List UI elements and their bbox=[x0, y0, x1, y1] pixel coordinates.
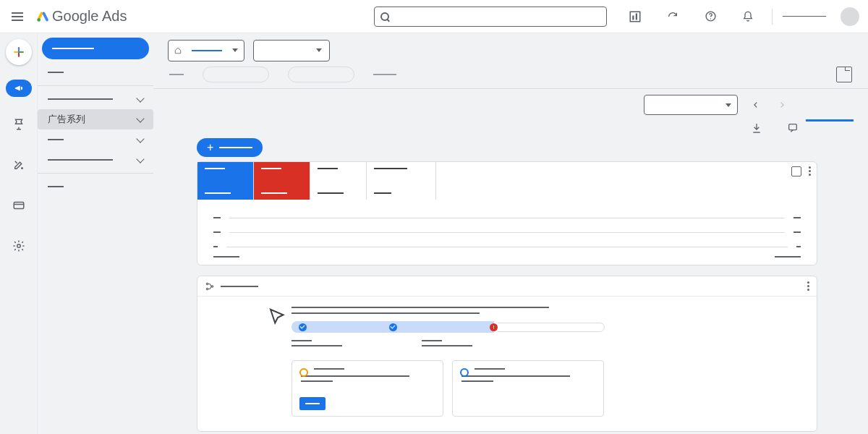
filter-chip[interactable] bbox=[288, 67, 354, 82]
save-icon[interactable] bbox=[836, 67, 852, 82]
search-icon bbox=[380, 12, 389, 21]
user-avatar[interactable] bbox=[841, 7, 859, 26]
help-icon[interactable] bbox=[704, 10, 717, 23]
svg-point-10 bbox=[206, 283, 208, 284]
sidebar-item-label: 广告系列 bbox=[48, 113, 85, 126]
insight-title bbox=[221, 286, 258, 287]
goals-rail-button[interactable] bbox=[6, 111, 32, 137]
next-period-button[interactable] bbox=[774, 97, 790, 113]
sidebar-overview-pill[interactable] bbox=[42, 38, 149, 59]
sidebar-item-campaigns[interactable]: 广告系列 bbox=[38, 109, 153, 129]
setup-progress: ! bbox=[292, 321, 799, 333]
dropdown-icon bbox=[316, 48, 322, 52]
search-field[interactable] bbox=[395, 11, 600, 22]
svg-point-0 bbox=[38, 18, 41, 22]
breadcrumb-text bbox=[373, 74, 396, 75]
step-error-icon: ! bbox=[490, 323, 498, 331]
svg-rect-3 bbox=[636, 13, 637, 20]
cursor-pointer-icon bbox=[267, 307, 289, 328]
create-button[interactable] bbox=[6, 39, 32, 65]
recommendation-card-1[interactable] bbox=[292, 360, 443, 417]
insight-panel: ! bbox=[197, 276, 817, 432]
secondary-selector[interactable] bbox=[253, 40, 330, 61]
chevron-down-icon bbox=[136, 114, 144, 122]
campaigns-rail-button[interactable] bbox=[6, 80, 32, 97]
filter-chips-row bbox=[153, 62, 868, 82]
scorecard-1[interactable] bbox=[197, 162, 254, 200]
plus-icon: + bbox=[207, 142, 213, 153]
step-done-icon bbox=[389, 323, 397, 331]
sidebar-item-1[interactable] bbox=[38, 89, 153, 109]
metric-block bbox=[292, 340, 342, 350]
google-ads-logo[interactable]: Google Ads bbox=[36, 8, 127, 25]
trend-chart bbox=[197, 200, 817, 265]
scorecard-4[interactable] bbox=[367, 162, 436, 200]
dropdown-icon bbox=[726, 103, 731, 107]
new-campaign-button[interactable]: + bbox=[197, 138, 263, 157]
sidebar-item-4[interactable] bbox=[38, 150, 153, 170]
chevron-down-icon bbox=[136, 135, 144, 142]
active-range-tab[interactable] bbox=[806, 119, 854, 122]
chart-icon bbox=[460, 368, 469, 377]
chevron-down-icon bbox=[136, 155, 144, 163]
sidebar-item-0[interactable] bbox=[38, 62, 153, 82]
notifications-icon[interactable] bbox=[741, 10, 754, 23]
card-action-button[interactable] bbox=[299, 397, 326, 410]
tools-rail-button[interactable] bbox=[6, 152, 32, 178]
hamburger-menu-icon[interactable] bbox=[9, 8, 26, 25]
product-name: Google Ads bbox=[52, 8, 127, 25]
sidebar-item-3[interactable] bbox=[38, 129, 153, 150]
account-selector[interactable] bbox=[168, 40, 244, 61]
svg-point-5 bbox=[710, 18, 710, 19]
date-range-selector[interactable] bbox=[644, 95, 738, 115]
svg-point-8 bbox=[17, 244, 20, 248]
svg-rect-9 bbox=[789, 124, 797, 130]
svg-point-6 bbox=[21, 168, 22, 169]
metric-block bbox=[422, 340, 472, 350]
app-header: Google Ads bbox=[0, 0, 868, 33]
expand-chart-icon[interactable] bbox=[791, 166, 801, 176]
breadcrumb-text bbox=[169, 74, 184, 75]
main-content: + bbox=[153, 33, 868, 434]
svg-point-11 bbox=[206, 288, 208, 289]
ads-logo-icon bbox=[36, 10, 49, 23]
svg-point-12 bbox=[211, 285, 213, 286]
svg-rect-2 bbox=[632, 15, 634, 20]
step-done-icon bbox=[299, 323, 307, 331]
home-icon bbox=[174, 47, 182, 54]
billing-rail-button[interactable] bbox=[6, 192, 32, 218]
insight-headline bbox=[292, 307, 799, 314]
more-icon[interactable] bbox=[809, 166, 811, 176]
sidebar-item-5[interactable] bbox=[38, 176, 153, 197]
insight-icon bbox=[205, 281, 215, 292]
svg-rect-1 bbox=[630, 12, 640, 22]
scorecard-2[interactable] bbox=[254, 162, 310, 200]
download-icon[interactable] bbox=[751, 122, 762, 134]
left-rail bbox=[0, 33, 38, 434]
more-icon[interactable] bbox=[807, 281, 809, 291]
svg-rect-7 bbox=[14, 203, 24, 209]
account-label[interactable] bbox=[783, 16, 826, 17]
admin-rail-button[interactable] bbox=[6, 233, 32, 259]
refresh-icon[interactable] bbox=[666, 10, 679, 23]
reports-icon[interactable] bbox=[629, 10, 642, 23]
dropdown-icon bbox=[232, 48, 238, 52]
target-icon bbox=[299, 368, 308, 377]
chevron-down-icon bbox=[136, 94, 144, 102]
search-input[interactable] bbox=[374, 7, 607, 27]
sidebar-nav: 广告系列 bbox=[38, 33, 153, 434]
recommendation-card-2[interactable] bbox=[452, 360, 604, 417]
scorecard-3[interactable] bbox=[310, 162, 367, 200]
summary-panel bbox=[197, 161, 817, 265]
separator bbox=[772, 9, 773, 25]
feedback-icon[interactable] bbox=[787, 122, 799, 134]
filter-chip[interactable] bbox=[203, 67, 269, 82]
prev-period-button[interactable] bbox=[748, 97, 764, 113]
